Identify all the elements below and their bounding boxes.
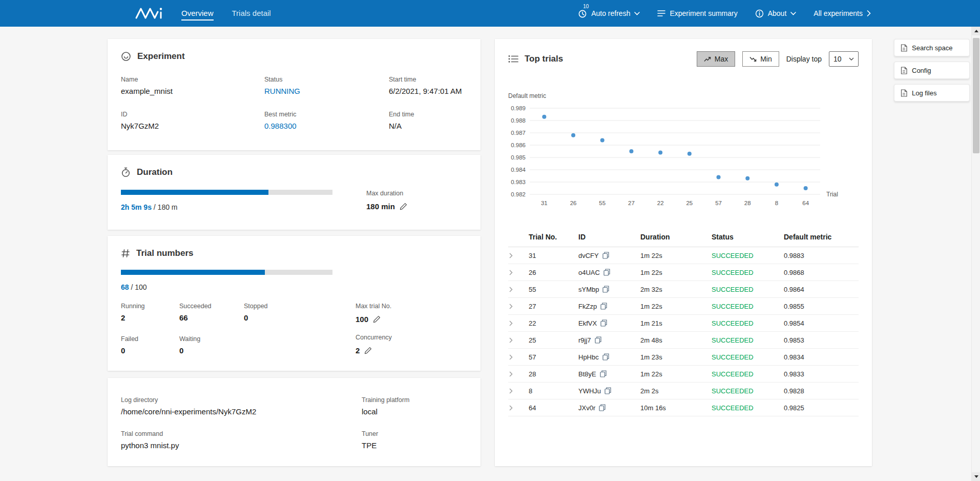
trials-settings-block: Max trial No. 100 Concurrency 2	[356, 303, 467, 355]
expand-row-chevron-icon[interactable]	[508, 353, 514, 361]
trial-id-text: YWHJu	[578, 387, 601, 395]
expand-row-chevron-icon[interactable]	[508, 269, 514, 276]
trial-no-cell: 8	[529, 387, 578, 395]
side-button-log-files[interactable]: Log files	[894, 84, 970, 102]
scrollbar-up-arrow-icon[interactable]	[972, 27, 980, 35]
experiment-summary-button[interactable]: Experiment summary	[657, 9, 737, 17]
trial-numbers-title-row: Trial numbers	[121, 248, 467, 258]
trial-metric-cell: 0.9854	[784, 319, 859, 327]
trials-content: Running 2 Succeeded 66 Stopped 0 Failed …	[121, 303, 467, 355]
trend-down-icon	[749, 56, 757, 62]
copy-icon[interactable]	[602, 252, 609, 259]
scrollbar-down-arrow-icon[interactable]	[972, 472, 980, 481]
copy-icon[interactable]	[604, 387, 611, 394]
tab-overview[interactable]: Overview	[181, 6, 214, 21]
tab-trials-detail[interactable]: Trials detail	[232, 6, 271, 21]
side-button-config[interactable]: Config	[894, 62, 970, 79]
trial-stat: Running 2	[121, 303, 179, 322]
expand-row-chevron-icon[interactable]	[508, 336, 514, 344]
about-label: About	[768, 9, 787, 17]
auto-refresh-control[interactable]: 10 Auto refresh	[578, 9, 640, 18]
copy-icon[interactable]	[603, 269, 610, 276]
expand-row-chevron-icon[interactable]	[508, 370, 514, 378]
copy-icon[interactable]	[600, 319, 607, 327]
experiment-field: Best metric 0.988300	[264, 111, 389, 130]
duration-card-title: Duration	[137, 167, 173, 177]
expand-cell	[508, 370, 529, 378]
duration-progress-track	[121, 190, 332, 195]
table-row: 26 o4UAC 1m 22s SUCCEEDED 0.9868	[508, 264, 859, 281]
expand-row-chevron-icon[interactable]	[508, 303, 514, 310]
svg-text:31: 31	[541, 200, 548, 206]
expand-row-chevron-icon[interactable]	[508, 404, 514, 412]
copy-icon[interactable]	[600, 303, 607, 310]
field-label: Log directory	[121, 396, 362, 404]
trials-progress-fill	[121, 270, 265, 275]
expand-cell	[508, 353, 529, 361]
field-value: local	[362, 407, 467, 416]
stat-value: 0	[179, 346, 244, 355]
info-circle-icon	[755, 9, 764, 18]
stat-label: Waiting	[179, 335, 244, 343]
trial-id-text: o4UAC	[578, 269, 600, 276]
duration-card: Duration 2h 5m 9s / 180 m Max duration 1…	[108, 155, 481, 230]
copy-icon[interactable]	[600, 370, 607, 377]
all-experiments-link[interactable]: All experiments	[814, 9, 871, 17]
expand-row-chevron-icon[interactable]	[508, 252, 514, 259]
svg-text:25: 25	[686, 200, 693, 206]
experiment-field: Name example_mnist	[121, 76, 264, 95]
about-menu[interactable]: About	[755, 9, 797, 18]
edit-max-trial-pencil-icon[interactable]	[373, 315, 381, 323]
copy-icon[interactable]	[599, 404, 606, 411]
trial-no-cell: 31	[529, 252, 578, 259]
field-label: Training platform	[362, 396, 467, 404]
edit-max-duration-pencil-icon[interactable]	[400, 203, 407, 210]
max-trial-value: 100	[356, 315, 368, 324]
copy-icon[interactable]	[602, 286, 609, 293]
trial-status-cell: SUCCEEDED	[712, 286, 784, 293]
table-row: 27 FkZzp 1m 22s SUCCEEDED 0.9855	[508, 298, 859, 315]
copy-icon[interactable]	[595, 336, 601, 344]
trial-id-cell: YWHJu	[578, 387, 640, 395]
display-top-select[interactable]: 10	[829, 51, 859, 67]
top-trials-card: Top trials Max Min Display top 10 Defaul…	[495, 39, 872, 466]
stat-label: Running	[121, 303, 179, 310]
scrollbar-thumb[interactable]	[973, 38, 979, 153]
main-tabs: Overview Trials detail	[181, 6, 271, 21]
trials-separator: /	[129, 283, 135, 291]
stat-value: 0	[244, 313, 305, 322]
auto-refresh-interval-badge: 10	[583, 4, 589, 9]
trial-metric-cell: 0.9833	[784, 370, 859, 378]
field-label: Status	[264, 76, 389, 83]
field-value: TPE	[362, 441, 467, 450]
config-icon	[901, 67, 907, 74]
duration-progress-block: 2h 5m 9s / 180 m	[121, 190, 332, 211]
hash-icon	[121, 249, 130, 258]
vertical-scrollbar[interactable]	[971, 27, 980, 481]
svg-text:0.986: 0.986	[511, 142, 526, 148]
max-trial-label: Max trial No.	[356, 303, 467, 310]
expand-row-chevron-icon[interactable]	[508, 387, 514, 395]
default-metric-header: Default metric	[784, 233, 859, 241]
duration-progress-fill	[121, 190, 268, 195]
trial-status-cell: SUCCEEDED	[712, 353, 784, 361]
info-field: Training platform local	[362, 396, 467, 416]
max-button[interactable]: Max	[697, 51, 735, 67]
side-button-search-space[interactable]: Search space	[894, 39, 970, 56]
min-button[interactable]: Min	[742, 51, 779, 67]
svg-text:Trial: Trial	[826, 191, 838, 198]
expand-row-chevron-icon[interactable]	[508, 286, 514, 293]
trial-stat: Waiting 0	[179, 335, 244, 355]
edit-concurrency-pencil-icon[interactable]	[364, 347, 372, 354]
chevron-right-icon	[867, 10, 871, 16]
top-trials-title-row: Top trials	[508, 54, 563, 64]
trial-id-cell: o4UAC	[578, 269, 640, 276]
copy-icon[interactable]	[602, 353, 609, 360]
trials-progress-block: 68 / 100	[121, 270, 467, 291]
expand-row-chevron-icon[interactable]	[508, 319, 514, 327]
trial-status-cell: SUCCEEDED	[712, 269, 784, 276]
field-value: python3 mnist.py	[121, 441, 362, 450]
experiment-card: Experiment Name example_mnist Status RUN…	[108, 39, 481, 150]
expand-cell	[508, 286, 529, 293]
svg-text:Default metric: Default metric	[508, 92, 546, 99]
